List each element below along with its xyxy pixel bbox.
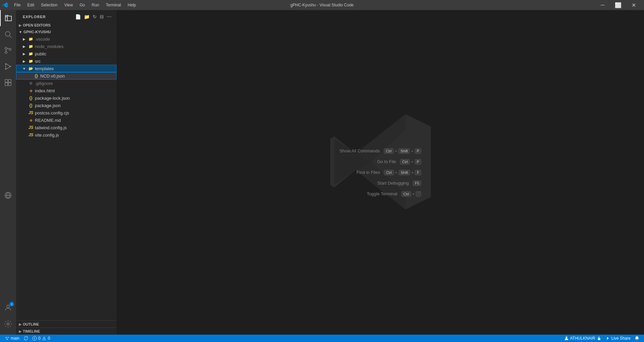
status-notifications[interactable] <box>633 335 641 342</box>
outline-section[interactable]: ▶ OUTLINE <box>16 321 116 328</box>
key-shift-find: Shift <box>399 170 410 175</box>
pkg-json-icon: {} <box>28 103 34 108</box>
menu-run[interactable]: Run <box>88 1 102 9</box>
tree-item-package-lock[interactable]: ▶ {} package-lock.json <box>16 94 116 102</box>
activity-item-run-debug[interactable] <box>0 58 16 75</box>
maximize-button[interactable]: ⬜ <box>610 0 626 10</box>
tree-item-vscode[interactable]: ▶ 📁 .vscode <box>16 35 116 43</box>
shortcut-row-goto: Go to File Ctrl + P <box>377 159 421 164</box>
new-file-icon[interactable]: 📄 <box>75 13 82 20</box>
tree-item-vite[interactable]: ▶ JS vite.config.js <box>16 131 116 139</box>
key-backtick: ` <box>416 191 421 197</box>
lock-icon <box>597 336 601 341</box>
menu-view[interactable]: View <box>61 1 76 9</box>
tree-item-readme[interactable]: ▶ ◈ README.md <box>16 116 116 124</box>
new-folder-icon[interactable]: 📁 <box>83 13 91 20</box>
node-modules-folder-icon: 📁 <box>28 44 34 49</box>
status-live-share[interactable]: Live Share <box>603 335 633 342</box>
svg-point-17 <box>7 323 9 325</box>
window-controls: ─ ⬜ ✕ <box>595 0 641 10</box>
status-branch[interactable]: main <box>3 335 21 342</box>
readme-icon: ◈ <box>28 117 34 123</box>
tree-item-tailwind[interactable]: ▶ JS tailwind.config.js <box>16 124 116 131</box>
refresh-icon[interactable]: ↻ <box>92 13 98 20</box>
activity-item-explorer[interactable] <box>0 10 16 26</box>
key-shift: Shift <box>398 148 410 154</box>
open-editors-section[interactable]: ▶ OPEN EDITORS <box>16 22 116 29</box>
tree-item-index-html[interactable]: ▶ ◈ index.html <box>16 87 116 94</box>
activity-item-settings[interactable] <box>0 316 16 332</box>
close-button[interactable]: ✕ <box>626 0 641 10</box>
welcome-shortcuts: Show All Commands Ctrl + Shift + P Go to… <box>340 148 421 197</box>
index-html-label: index.html <box>35 88 55 93</box>
activity-item-source-control[interactable] <box>0 42 16 58</box>
titlebar: File Edit Selection View Go Run Terminal… <box>0 0 644 10</box>
shortcut-label-terminal: Toggle Terminal <box>367 191 397 196</box>
activity-item-extensions[interactable] <box>0 75 16 91</box>
tailwind-label: tailwind.config.js <box>35 125 67 130</box>
shortcut-keys-terminal: Ctrl + ` <box>401 191 421 197</box>
svg-point-0 <box>5 32 10 36</box>
status-sync[interactable] <box>21 335 30 342</box>
project-section[interactable]: ▼ GPHC-KYUSHU <box>16 29 116 35</box>
activity-item-search[interactable] <box>0 26 16 42</box>
sidebar-header: EXPLORER 📄 📁 ↻ ⊟ ⋯ <box>16 10 116 22</box>
tree-item-package-json[interactable]: ▶ {} package.json <box>16 102 116 109</box>
key-ctrl-find: Ctrl <box>384 170 394 175</box>
shortcut-label-commands: Show All Commands <box>340 148 380 153</box>
tailwind-icon: JS <box>28 125 34 130</box>
svg-point-7 <box>10 66 11 67</box>
postcss-label: postcss.config.cjs <box>35 110 69 115</box>
shortcut-row-find: Find in Files Ctrl + Shift + F <box>356 170 421 175</box>
shortcut-row-commands: Show All Commands Ctrl + Shift + P <box>340 148 421 154</box>
svg-line-1 <box>10 36 12 38</box>
vscode-icon <box>3 2 8 8</box>
bell-icon <box>635 336 639 341</box>
key-ctrl-goto: Ctrl <box>400 159 410 164</box>
vscode-chevron-right-icon: ▶ <box>21 36 27 42</box>
menu-go[interactable]: Go <box>76 1 88 9</box>
shortcut-keys-find: Ctrl + Shift + F <box>384 170 421 175</box>
timeline-section[interactable]: ▶ TIMELINE <box>16 328 116 335</box>
tree-item-gitignore[interactable]: ▶ ⚙ .gitignore <box>16 80 116 87</box>
svg-point-6 <box>5 68 6 69</box>
tree-item-ncd-json[interactable]: ▶ {} NCD.v0.json <box>16 72 116 80</box>
activity-item-accounts[interactable]: 1 <box>0 300 16 316</box>
key-f5: F5 <box>413 181 421 186</box>
svg-rect-9 <box>5 80 8 82</box>
activity-bar: 1 <box>0 10 16 335</box>
svg-point-2 <box>5 47 7 49</box>
node-modules-chevron-right-icon: ▶ <box>21 44 27 49</box>
project-label: GPHC-KYUSHU <box>23 30 51 34</box>
tree-item-src[interactable]: ▶ 📁 src <box>16 57 116 65</box>
index-html-icon: ◈ <box>28 88 34 93</box>
menu-terminal[interactable]: Terminal <box>102 1 124 9</box>
src-chevron-right-icon: ▶ <box>21 58 27 64</box>
titlebar-left: File Edit Selection View Go Run Terminal… <box>3 1 139 9</box>
tree-item-templates[interactable]: ▼ 📂 templates <box>16 65 116 72</box>
svg-rect-11 <box>5 83 8 86</box>
menu-help[interactable]: Help <box>125 1 140 9</box>
svg-point-16 <box>7 305 9 308</box>
tree-item-public[interactable]: ▶ 📁 public <box>16 50 116 57</box>
menu-selection[interactable]: Selection <box>38 1 61 9</box>
more-actions-icon[interactable]: ⋯ <box>106 13 112 20</box>
gitignore-icon: ⚙ <box>28 81 34 86</box>
bottom-sections: ▶ OUTLINE ▶ TIMELINE <box>16 321 116 335</box>
tree-item-node-modules[interactable]: ▶ 📁 node_modules <box>16 43 116 50</box>
sidebar: EXPLORER 📄 📁 ↻ ⊟ ⋯ ▶ OPEN EDITORS ▼ GPHC… <box>16 10 117 335</box>
public-label: public <box>35 51 46 56</box>
status-user[interactable]: ATHULKNAIR <box>562 335 603 342</box>
svg-rect-12 <box>8 83 11 86</box>
tree-item-postcss[interactable]: ▶ JS postcss.config.cjs <box>16 109 116 116</box>
minimize-button[interactable]: ─ <box>595 0 610 10</box>
menu-edit[interactable]: Edit <box>24 1 38 9</box>
activity-item-remote[interactable] <box>0 187 16 203</box>
menu-file[interactable]: File <box>11 1 24 9</box>
activity-bottom: 1 <box>0 300 16 335</box>
collapse-all-icon[interactable]: ⊟ <box>99 13 105 20</box>
live-share-icon <box>605 336 610 341</box>
main-layout: 1 EXPLORER 📄 📁 ↻ ⊟ ⋯ ▶ <box>0 10 644 335</box>
status-errors[interactable]: 0 0 <box>30 335 52 342</box>
ncd-json-label: NCD.v0.json <box>40 74 65 79</box>
